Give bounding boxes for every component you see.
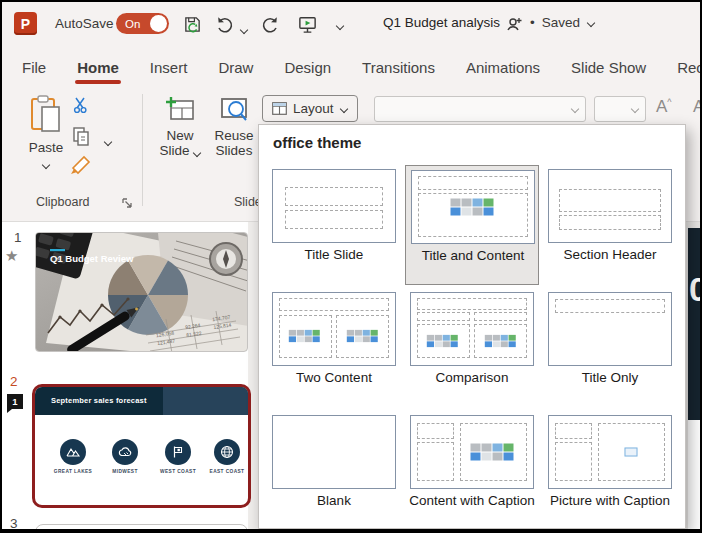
paste-label: Paste xyxy=(22,140,70,155)
powerpoint-window: P AutoSave On Q1 Budget analysis • Saved xyxy=(0,0,702,533)
copy-chevron-icon[interactable] xyxy=(104,138,112,146)
layout-chevron-icon xyxy=(340,105,348,113)
saved-chevron-icon xyxy=(587,19,595,27)
layout-thumbnail xyxy=(410,415,534,489)
slide-2-number: 2 xyxy=(10,374,18,389)
layout-gallery-menu: office theme Title Slide Title and Conte… xyxy=(258,124,686,529)
paste-button[interactable]: Paste xyxy=(22,94,70,173)
layout-thumbnail xyxy=(548,292,672,366)
tab-transitions[interactable]: Transitions xyxy=(360,53,437,82)
layout-option-comparison[interactable]: Comparison xyxy=(405,288,539,408)
slide-text-fragment: 0' xyxy=(689,270,700,309)
tab-design[interactable]: Design xyxy=(282,53,333,82)
new-slide-icon xyxy=(165,96,195,124)
redo-icon[interactable] xyxy=(259,13,281,35)
layout-thumbnail xyxy=(548,169,672,243)
region-great-lakes: GREAT LAKES xyxy=(47,439,99,474)
new-slide-button[interactable]: New Slide xyxy=(154,96,206,158)
slide-1-title: Q1 Budget Review xyxy=(50,253,134,264)
slide-1-thumbnail-image: 6 3 – + 126,05892,264174,707 121,48781,5… xyxy=(36,233,248,352)
new-slide-label-1: New xyxy=(154,128,206,143)
reuse-slides-label-1: Reuse xyxy=(208,128,260,143)
tab-slide-show[interactable]: Slide Show xyxy=(569,53,648,82)
animation-star-icon: ★ xyxy=(5,247,18,265)
font-name-select[interactable] xyxy=(374,96,586,122)
slide-1-thumbnail[interactable]: 6 3 – + 126,05892,264174,707 121,48781,5… xyxy=(35,232,248,352)
saved-label: Saved xyxy=(542,15,580,30)
layout-option-title-slide[interactable]: Title Slide xyxy=(267,165,401,285)
paste-chevron-icon xyxy=(42,161,50,169)
save-icon[interactable] xyxy=(181,13,203,35)
layout-option-blank[interactable]: Blank xyxy=(267,411,401,530)
slide-1-number: 1 xyxy=(14,230,22,245)
font-size-select[interactable] xyxy=(594,96,646,122)
flag-icon xyxy=(165,439,191,465)
document-title[interactable]: Q1 Budget analysis xyxy=(383,15,500,30)
editor-area-sliver: 0' xyxy=(686,222,700,529)
editor-canvas-below xyxy=(688,420,700,529)
layout-option-two-content[interactable]: Two Content xyxy=(267,288,401,408)
reuse-slides-button[interactable]: Reuse Slides xyxy=(208,96,260,158)
reuse-slides-label-2: Slides xyxy=(208,143,260,158)
powerpoint-logo-icon[interactable]: P xyxy=(14,12,37,35)
grow-font-button[interactable]: A^ xyxy=(656,97,672,117)
format-painter-button[interactable] xyxy=(70,154,92,180)
layout-thumbnail xyxy=(411,170,535,244)
tab-insert[interactable]: Insert xyxy=(148,53,190,82)
layout-thumbnail xyxy=(548,415,672,489)
ribbon-tabs: File Home Insert Draw Design Transitions… xyxy=(2,46,700,88)
slide-2-title: September sales forecast xyxy=(51,396,147,405)
start-presentation-icon[interactable] xyxy=(296,13,318,35)
layout-thumbnail xyxy=(272,169,396,243)
animation-order-badge[interactable]: 1 xyxy=(7,394,23,409)
layout-option-title-and-content[interactable]: Title and Content xyxy=(405,165,539,285)
layout-option-content-with-caption[interactable]: Content with Caption xyxy=(405,411,539,530)
slide-2-thumbnail[interactable]: September sales forecast GREAT LAKES MID… xyxy=(32,384,251,508)
undo-dropdown-chevron-icon[interactable] xyxy=(240,26,248,34)
clipboard-group-label: Clipboard xyxy=(36,195,90,209)
region-east-coast: EAST COAST xyxy=(201,439,251,474)
status-bullet: • xyxy=(530,15,535,30)
new-slide-label-2: Slide xyxy=(154,143,206,158)
toggle-knob xyxy=(150,15,167,32)
layout-icon xyxy=(272,102,287,115)
layout-option-picture-with-caption[interactable]: Picture with Caption xyxy=(543,411,677,530)
autosave-state-label: On xyxy=(125,18,140,30)
layout-thumbnail xyxy=(410,292,534,366)
cloud-icon xyxy=(112,439,138,465)
region-west-coast: WEST COAST xyxy=(152,439,204,474)
quick-access-overflow-icon[interactable] xyxy=(336,16,344,34)
title-band-accent xyxy=(163,387,248,415)
autosave-label: AutoSave xyxy=(55,16,114,31)
layout-option-section-header[interactable]: Section Header xyxy=(543,165,677,285)
autosave-toggle[interactable]: On xyxy=(116,13,169,34)
cut-button[interactable] xyxy=(72,96,90,118)
layout-label: Layout xyxy=(293,101,334,116)
reuse-slides-icon xyxy=(219,96,249,124)
layout-button[interactable]: Layout xyxy=(262,95,358,122)
globe-icon xyxy=(214,439,240,465)
slide-2-title-band: September sales forecast xyxy=(35,387,248,415)
group-divider xyxy=(142,94,143,206)
region-midwest: MIDWEST xyxy=(99,439,151,474)
tab-home[interactable]: Home xyxy=(75,53,121,82)
share-people-icon[interactable] xyxy=(505,14,525,38)
clipboard-dialog-launcher-icon[interactable] xyxy=(122,195,133,213)
paste-clipboard-icon xyxy=(29,94,63,136)
new-slide-chevron-icon xyxy=(193,149,200,155)
tab-draw[interactable]: Draw xyxy=(216,53,255,82)
undo-icon[interactable] xyxy=(214,13,236,35)
tab-animations[interactable]: Animations xyxy=(464,53,542,82)
layout-thumbnail xyxy=(272,292,396,366)
layout-thumbnail xyxy=(272,415,396,489)
save-status[interactable]: • Saved xyxy=(530,15,595,30)
tab-recording[interactable]: Reco xyxy=(675,53,702,82)
tab-file[interactable]: File xyxy=(20,53,48,82)
mountains-icon xyxy=(60,439,86,465)
layout-option-title-only[interactable]: Title Only xyxy=(543,288,677,408)
shrink-font-button[interactable]: A xyxy=(693,97,702,117)
copy-button[interactable] xyxy=(72,126,91,150)
slide-3-thumbnail[interactable] xyxy=(35,524,248,533)
title-bar: P AutoSave On Q1 Budget analysis • Saved xyxy=(2,2,700,46)
current-slide-edge: 0' xyxy=(688,228,700,420)
